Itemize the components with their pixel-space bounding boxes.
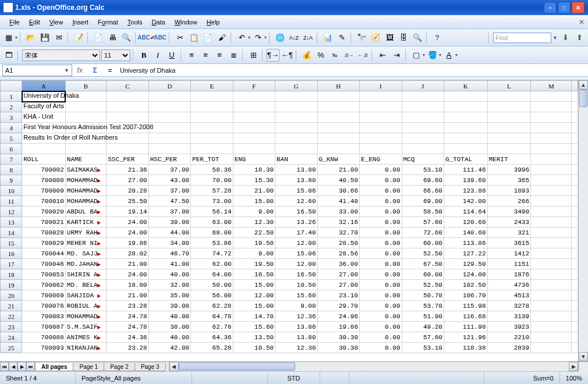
- gallery-icon[interactable]: 🖼: [383, 31, 396, 44]
- cell[interactable]: 15.06: [275, 248, 317, 259]
- cell[interactable]: 19.14: [107, 207, 148, 217]
- cell[interactable]: 15.30: [233, 175, 275, 186]
- cell[interactable]: [572, 343, 578, 353]
- cell[interactable]: 32.16: [317, 217, 359, 227]
- cell[interactable]: 124.00: [444, 269, 487, 280]
- cell[interactable]: [572, 102, 578, 112]
- show-draw-icon[interactable]: ✎: [335, 31, 348, 44]
- cell[interactable]: 53.70: [402, 301, 444, 311]
- cell[interactable]: 0.00: [360, 196, 402, 207]
- cell[interactable]: 62.78: [191, 322, 233, 332]
- cell[interactable]: ABDUL BA▶: [65, 207, 106, 217]
- cell[interactable]: [148, 144, 190, 154]
- cell[interactable]: [444, 102, 487, 112]
- align-right-icon[interactable]: ≡: [213, 49, 226, 62]
- cell[interactable]: 28.02: [107, 248, 148, 259]
- row-header[interactable]: 15: [1, 238, 22, 248]
- cell[interactable]: 27.00: [107, 175, 148, 186]
- cell[interactable]: 32.70: [317, 227, 359, 238]
- cell[interactable]: 25.50: [107, 196, 148, 207]
- cell[interactable]: 266: [487, 196, 531, 207]
- cell[interactable]: 12.30: [275, 343, 317, 353]
- cell[interactable]: MOHAMMAD▶: [65, 175, 106, 186]
- status-std[interactable]: STD: [268, 372, 320, 384]
- menu-tools[interactable]: Tools: [123, 17, 147, 27]
- cell[interactable]: 21.00: [107, 290, 148, 301]
- spreadsheet-grid[interactable]: A B C D E F G H I J K L M 1University of…: [0, 80, 578, 353]
- cell[interactable]: [572, 207, 578, 217]
- cell[interactable]: 52.50: [402, 280, 444, 290]
- cell[interactable]: [360, 133, 402, 144]
- cell[interactable]: [572, 238, 578, 248]
- maximize-button[interactable]: □: [558, 2, 571, 13]
- cell[interactable]: [531, 91, 572, 102]
- cell[interactable]: 0.00: [360, 322, 402, 332]
- cell[interactable]: 15.00: [233, 301, 275, 311]
- tab-prev-icon[interactable]: ◀: [9, 362, 17, 371]
- cell[interactable]: 35.00: [148, 290, 190, 301]
- cell[interactable]: [531, 154, 572, 165]
- doc-close-button[interactable]: ✕: [579, 18, 585, 26]
- cell[interactable]: 28.56: [317, 248, 359, 259]
- cell[interactable]: 19.86: [107, 238, 148, 248]
- cell[interactable]: 106.70: [444, 290, 487, 301]
- name-box[interactable]: A1 ▼: [2, 65, 72, 76]
- cell[interactable]: [531, 290, 572, 301]
- cell[interactable]: 73.00: [191, 196, 233, 207]
- cell[interactable]: 700020: [22, 207, 66, 217]
- cell[interactable]: [317, 123, 359, 133]
- find-next-icon[interactable]: ⬇: [559, 31, 572, 44]
- cell[interactable]: 44.00: [148, 227, 190, 238]
- cell[interactable]: 700093: [22, 343, 66, 353]
- cell[interactable]: [531, 102, 572, 112]
- row-header[interactable]: 5: [1, 133, 22, 144]
- cell[interactable]: MOHAMMAD▶: [65, 186, 106, 196]
- sheet-tab[interactable]: All pages: [35, 363, 73, 371]
- font-color-icon[interactable]: A: [442, 49, 455, 62]
- find-prev-icon[interactable]: ⬆: [573, 31, 586, 44]
- cell[interactable]: G_TOTAL: [444, 154, 487, 165]
- close-button[interactable]: ✕: [572, 2, 585, 13]
- cell[interactable]: [402, 123, 444, 133]
- scroll-left-icon[interactable]: ◀: [169, 362, 179, 371]
- cell[interactable]: 38.00: [148, 322, 190, 332]
- cell[interactable]: 9.00: [275, 301, 317, 311]
- cell[interactable]: 62.28: [191, 301, 233, 311]
- cell[interactable]: ENG: [233, 154, 275, 165]
- cell[interactable]: [317, 133, 359, 144]
- row-header[interactable]: 23: [1, 322, 22, 332]
- cell[interactable]: [107, 144, 148, 154]
- cell[interactable]: 0.00: [360, 269, 402, 280]
- cell[interactable]: 129.50: [444, 259, 487, 269]
- cell[interactable]: [444, 144, 487, 154]
- cell[interactable]: [444, 112, 487, 123]
- cell[interactable]: [531, 301, 572, 311]
- cell[interactable]: 13.86: [275, 322, 317, 332]
- cell[interactable]: [531, 227, 572, 238]
- cell[interactable]: [572, 175, 578, 186]
- cell[interactable]: First Year Honours Admission Test 2007-2…: [22, 123, 66, 133]
- copy-icon[interactable]: 📋: [187, 31, 200, 44]
- cell[interactable]: 123.88: [444, 186, 487, 196]
- cell[interactable]: 30.66: [317, 186, 359, 196]
- cell[interactable]: [317, 102, 359, 112]
- cell[interactable]: [572, 165, 578, 175]
- cell[interactable]: 10.50: [275, 280, 317, 290]
- cell[interactable]: 12.00: [275, 238, 317, 248]
- cell[interactable]: 23.28: [107, 343, 148, 353]
- cell[interactable]: 127.22: [444, 248, 487, 259]
- cell[interactable]: 0.00: [360, 259, 402, 269]
- help-icon[interactable]: ?: [431, 31, 444, 44]
- cell[interactable]: [317, 91, 359, 102]
- undo-icon[interactable]: ↶: [235, 31, 248, 44]
- row-header[interactable]: 11: [1, 196, 22, 207]
- borders-icon[interactable]: ▢: [410, 49, 423, 62]
- cell[interactable]: [572, 269, 578, 280]
- cell[interactable]: 365: [487, 175, 531, 186]
- cell[interactable]: Results In Order of Roll Numbers: [22, 133, 66, 144]
- cell[interactable]: 19.50: [233, 238, 275, 248]
- cell[interactable]: [402, 112, 444, 123]
- cell[interactable]: University of Dhaka: [22, 91, 66, 102]
- cell[interactable]: 21.36: [107, 165, 148, 175]
- cell[interactable]: 67.50: [402, 259, 444, 269]
